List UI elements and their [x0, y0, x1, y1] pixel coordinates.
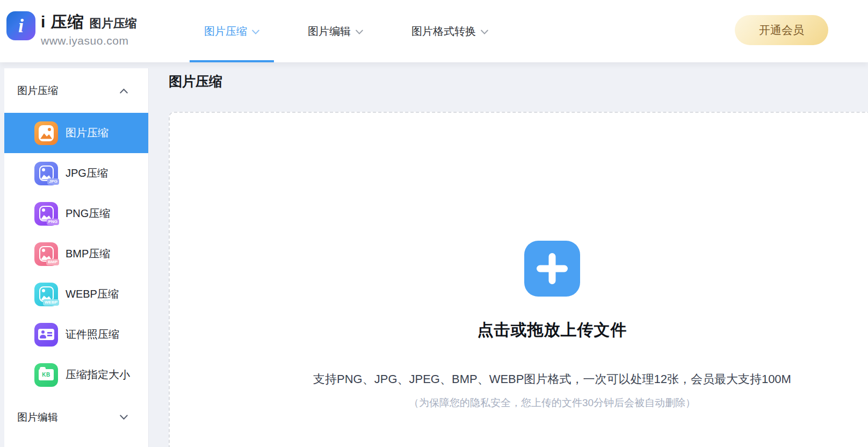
chevron-up-icon [120, 88, 128, 93]
nav-tab-image-edit[interactable]: 图片编辑 [293, 0, 378, 62]
sidebar-item-webp-compress[interactable]: WEBP WEBP压缩 [4, 274, 148, 314]
upload-title: 点击或拖放上传文件 [478, 319, 627, 341]
sidebar-item-jpg-compress[interactable]: JPG JPG压缩 [4, 153, 148, 193]
nav-tab-label: 图片格式转换 [411, 24, 476, 39]
brand-url: www.iyasuo.com [41, 34, 137, 47]
sidebar-item-label: JPG压缩 [66, 166, 108, 181]
sidebar-item-compress-to-size[interactable]: KB 压缩指定大小 [4, 355, 148, 395]
bmp-badge: BMP [46, 259, 59, 265]
id-photo-compress-icon [34, 323, 58, 347]
chevron-down-icon [481, 30, 488, 35]
top-header: i i 压缩 图片压缩 www.iyasuo.com 图片压缩 图片编辑 图片格… [0, 0, 868, 62]
nav-tab-label: 图片压缩 [204, 24, 247, 39]
open-membership-button[interactable]: 开通会员 [735, 15, 828, 45]
brand-title: i 压缩 [41, 11, 84, 33]
sidebar-item-id-photo-compress[interactable]: 证件照压缩 [4, 314, 148, 355]
png-compress-icon: PNG [34, 202, 58, 226]
sidebar-items: 图片压缩 JPG JPG压缩 PNG PNG压缩 BMP BMP压缩 [4, 113, 148, 395]
logo-icon: i [6, 11, 35, 40]
jpg-badge: JPG [47, 178, 59, 185]
sidebar-item-png-compress[interactable]: PNG PNG压缩 [4, 193, 148, 234]
compress-to-size-icon: KB [34, 363, 58, 387]
upload-dropzone[interactable]: 点击或拖放上传文件 支持PNG、JPG、JPEG、BMP、WEBP图片格式，一次… [169, 112, 868, 447]
sidebar-item-label: PNG压缩 [66, 206, 110, 221]
chevron-down-icon [252, 30, 259, 35]
main-nav: 图片压缩 图片编辑 图片格式转换 [190, 0, 503, 62]
image-compress-icon [34, 121, 58, 145]
kb-badge: KB [42, 372, 50, 378]
sidebar-item-bmp-compress[interactable]: BMP BMP压缩 [4, 234, 148, 274]
brand-product: 图片压缩 [90, 16, 137, 32]
section-label: 图片编辑 [17, 410, 58, 424]
sidebar-item-label: 图片压缩 [66, 126, 108, 140]
upload-plus-button[interactable] [524, 241, 580, 297]
chevron-down-icon [356, 30, 363, 35]
section-label: 图片压缩 [17, 84, 58, 98]
nav-tab-format-convert[interactable]: 图片格式转换 [397, 0, 503, 62]
page-title: 图片压缩 [169, 72, 868, 90]
webp-compress-icon: WEBP [34, 283, 58, 306]
sidebar-item-image-compress[interactable]: 图片压缩 [4, 113, 148, 153]
jpg-compress-icon: JPG [34, 162, 58, 185]
sidebar-section-image-compress[interactable]: 图片压缩 [4, 76, 148, 106]
main-content: 图片压缩 点击或拖放上传文件 支持PNG、JPG、JPEG、BMP、WEBP图片… [149, 62, 868, 447]
png-badge: PNG [47, 219, 59, 225]
sidebar-item-label: 证件照压缩 [66, 327, 119, 342]
chevron-down-icon [120, 415, 128, 420]
brand-logo[interactable]: i i 压缩 图片压缩 www.iyasuo.com [6, 11, 137, 47]
bmp-compress-icon: BMP [34, 242, 58, 266]
sidebar: 图片压缩 图片压缩 JPG JPG压缩 PNG PNG压缩 [4, 68, 149, 447]
sidebar-section-image-edit[interactable]: 图片编辑 [4, 402, 148, 432]
upload-hint: 支持PNG、JPG、JPEG、BMP、WEBP图片格式，一次可以处理12张，会员… [313, 371, 791, 387]
brand-text: i 压缩 图片压缩 www.iyasuo.com [41, 11, 137, 47]
webp-badge: WEBP [43, 299, 59, 306]
sidebar-item-label: BMP压缩 [66, 247, 110, 261]
nav-tab-image-compress[interactable]: 图片压缩 [190, 0, 274, 62]
upload-note: （为保障您的隐私安全，您上传的文件30分钟后会被自动删除） [409, 396, 696, 410]
sidebar-item-label: 压缩指定大小 [66, 367, 130, 382]
nav-tab-label: 图片编辑 [308, 24, 351, 39]
sidebar-item-label: WEBP压缩 [66, 287, 119, 301]
